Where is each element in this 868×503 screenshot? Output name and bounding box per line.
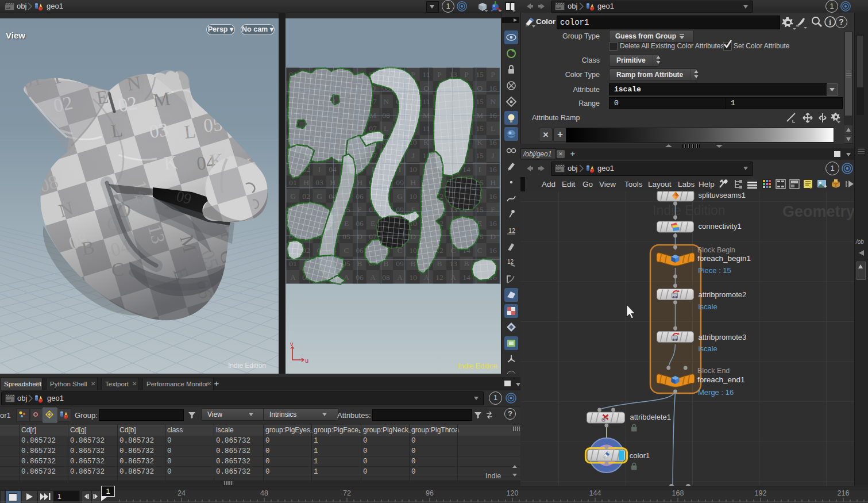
svg-text:16: 16 — [489, 192, 497, 201]
svg-text:15: 15 — [476, 97, 484, 106]
svg-text:i: i — [829, 18, 831, 26]
svg-text:06: 06 — [356, 273, 364, 282]
svg-text:iscale: iscale — [699, 302, 717, 311]
svg-text:I: I — [479, 165, 481, 174]
svg-text:attribpromote2: attribpromote2 — [699, 290, 747, 299]
svg-text:attribdelete1: attribdelete1 — [630, 413, 672, 421]
svg-text:15: 15 — [476, 70, 484, 79]
svg-text:Merge : 16: Merge : 16 — [698, 388, 734, 397]
svg-text:I: I — [318, 165, 321, 174]
svg-text:03: 03 — [315, 178, 323, 187]
svg-text:attribpromote3: attribpromote3 — [699, 333, 747, 341]
svg-text:12: 12 — [435, 273, 443, 282]
svg-text:16: 16 — [489, 165, 497, 174]
svg-text:D: D — [410, 232, 416, 241]
svg-text:Block End: Block End — [697, 367, 730, 375]
svg-text:M: M — [476, 111, 483, 120]
svg-text:Block Begin: Block Begin — [697, 246, 735, 254]
svg-text:14: 14 — [462, 273, 470, 282]
svg-text:216: 216 — [838, 489, 850, 497]
svg-text:01: 01 — [289, 259, 297, 268]
svg-text:05: 05 — [342, 232, 350, 241]
svg-text:H: H — [330, 178, 335, 187]
svg-text:C: C — [344, 246, 349, 255]
svg-text:H: H — [303, 178, 309, 187]
svg-text:Indie Edition: Indie Edition — [228, 362, 266, 370]
svg-text:v: v — [290, 340, 294, 347]
svg-text:foreach_begin1: foreach_begin1 — [697, 254, 751, 263]
svg-text:72: 72 — [343, 489, 351, 497]
svg-text:D: D — [357, 232, 362, 241]
svg-text:08: 08 — [382, 111, 390, 120]
svg-text:10: 10 — [409, 165, 417, 174]
svg-text:11: 11 — [423, 97, 430, 106]
svg-text:14: 14 — [462, 165, 470, 174]
svg-text:144: 144 — [589, 489, 601, 497]
svg-text:15: 15 — [476, 151, 484, 160]
svg-text:B: B — [410, 259, 415, 268]
svg-text:B: B — [357, 259, 362, 268]
svg-text:P: P — [464, 70, 469, 79]
svg-text:connectivity1: connectivity1 — [699, 222, 742, 231]
svg-text:09: 09 — [396, 259, 404, 268]
svg-text:C: C — [477, 246, 482, 255]
svg-text:L: L — [384, 124, 388, 133]
svg-text:96: 96 — [426, 489, 434, 497]
svg-text:15: 15 — [476, 205, 484, 214]
svg-text:H: H — [357, 178, 362, 187]
svg-text:09: 09 — [396, 178, 404, 187]
svg-text:A: A — [290, 273, 296, 282]
svg-text:01: 01 — [289, 178, 297, 187]
svg-text:H: H — [490, 178, 496, 187]
svg-text:02: 02 — [302, 192, 310, 201]
svg-text:O: O — [477, 84, 483, 93]
svg-text:06: 06 — [356, 192, 364, 201]
svg-text:16: 16 — [489, 219, 497, 228]
svg-text:A: A — [397, 273, 403, 282]
svg-text:F: F — [357, 205, 362, 214]
svg-text:G: G — [397, 192, 403, 201]
svg-text:06: 06 — [356, 219, 364, 228]
svg-text:J: J — [491, 151, 494, 160]
svg-text:16: 16 — [489, 84, 497, 93]
svg-text:J: J — [411, 151, 414, 160]
svg-text:16: 16 — [489, 138, 497, 147]
svg-text:N: N — [383, 97, 389, 106]
svg-text:Geometry: Geometry — [782, 203, 855, 220]
svg-text:48: 48 — [260, 489, 268, 497]
svg-text:B: B — [437, 259, 442, 268]
svg-text:Indie Edition: Indie Edition — [458, 362, 497, 370]
svg-text:192: 192 — [755, 489, 767, 497]
svg-text:13: 13 — [449, 259, 457, 268]
svg-text:G: G — [317, 192, 322, 201]
svg-text:color1: color1 — [630, 451, 650, 460]
svg-text:F: F — [491, 205, 495, 214]
svg-text:foreach_end1: foreach_end1 — [697, 375, 745, 384]
svg-text:A: A — [450, 273, 456, 282]
svg-text:10: 10 — [409, 246, 417, 255]
svg-text:120: 120 — [507, 489, 519, 497]
svg-text:16: 16 — [489, 246, 497, 255]
svg-text:11: 11 — [423, 70, 430, 79]
svg-text:K: K — [477, 138, 483, 147]
svg-text:Indie Edition: Indie Edition — [653, 203, 726, 218]
svg-text:10: 10 — [409, 192, 417, 201]
svg-text:L: L — [491, 124, 495, 133]
svg-text:E: E — [371, 219, 375, 228]
svg-text:A: A — [370, 273, 376, 282]
svg-text:08: 08 — [382, 273, 390, 282]
svg-text:13: 13 — [449, 70, 457, 79]
svg-text:D: D — [490, 232, 496, 241]
svg-text:06: 06 — [356, 246, 364, 255]
svg-text:N: N — [490, 97, 496, 106]
svg-text:04: 04 — [329, 165, 337, 174]
svg-text:iscale: iscale — [699, 344, 717, 353]
svg-text:P: P — [437, 70, 442, 79]
svg-text:168: 168 — [672, 489, 684, 497]
svg-text:10: 10 — [409, 273, 417, 282]
svg-text:splituvseams1: splituvseams1 — [699, 191, 746, 199]
svg-text:H: H — [410, 178, 416, 187]
svg-text:u: u — [305, 357, 308, 364]
svg-text:15: 15 — [476, 124, 484, 133]
svg-text:G: G — [290, 192, 296, 201]
